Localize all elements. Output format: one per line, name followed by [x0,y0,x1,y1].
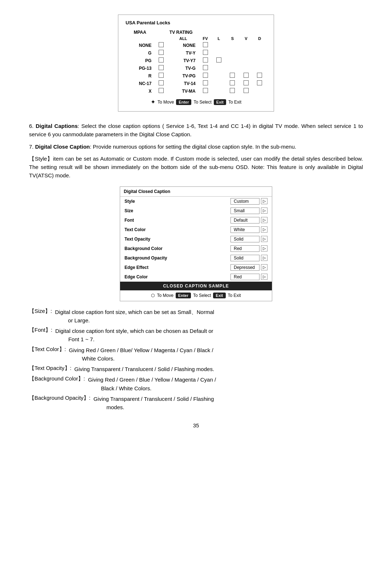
tv-y-checkbox[interactable] [203,50,208,55]
dcc-title: Digital Closed Caption [120,187,272,197]
page-number: 35 [29,422,363,428]
tv-pg-s-checkbox[interactable] [244,73,249,78]
exit-label: To Exit [228,100,241,105]
tv-rating-header: TV RATING [168,29,266,36]
dcc-value-font-text: Default [230,217,260,223]
section7-body: : Provide numerous options for setting t… [90,144,297,150]
enter-button[interactable]: Enter [176,99,191,105]
section7-title: Digital Close Caption [35,144,90,150]
tv-y7-checkbox[interactable] [203,57,208,63]
tv-14-s-checkbox[interactable] [244,80,249,85]
section6: 6. Digital Captions: Select the close ca… [29,122,363,180]
mpaa-nc17-checkbox[interactable] [159,80,164,85]
col-l: L [212,36,225,41]
col-v: V [239,36,253,41]
mpaa-pg13-checkbox[interactable] [159,65,164,70]
dcc-row-bg-opacity: Background Opacity Solid ▷ [120,253,272,263]
dcc-nav-hint: ⬡ To Move Enter To Select Exit To Exit [120,290,272,301]
dcc-arrow-bg-opacity[interactable]: ▷ [261,255,268,261]
tv-y7-fv-checkbox[interactable] [216,57,221,63]
dcc-arrow-font[interactable]: ▷ [261,217,268,223]
parental-locks-table: MPAA TV RATING ALL FV L S V D [126,29,266,95]
bullet-size-bracket: 【Size】: [29,308,52,325]
col-fv: FV [199,36,212,41]
tv-g-checkbox[interactable] [203,65,208,70]
parental-locks-title: USA Parental Locks [126,20,266,25]
section6-text: 6. Digital Captions: Select the close ca… [29,122,363,139]
table-row: PG TV-Y7 [126,57,266,64]
dcc-section: Digital Closed Caption Style Custom ▷ Si… [29,186,363,301]
style-note: 【Style】item can be set as Automatic or C… [29,154,363,180]
dcc-label-edge-color: Edge Color [124,274,230,279]
mpaa-none-checkbox[interactable] [159,42,164,47]
dcc-value-text-opacity-text: Solid [230,236,260,242]
bullet-text-opacity-bracket: 【Text Opacity】: [29,365,72,373]
section6-title: Digital Captions [36,123,78,129]
dcc-arrow-text-opacity[interactable]: ▷ [261,236,268,242]
select-label: To Select [193,100,211,105]
dcc-value-style-text: Custom [230,198,260,205]
dcc-box: Digital Closed Caption Style Custom ▷ Si… [120,186,272,301]
tv-pg-checkbox[interactable] [203,73,208,78]
dcc-move-icon: ⬡ [151,293,155,298]
dcc-label-edge-effect: Edge Effect [124,265,230,270]
dcc-label-text-color: Text Color [124,227,230,232]
mpaa-r-checkbox[interactable] [159,73,164,78]
dcc-select-label: To Select [193,293,211,298]
parental-nav-hint: ✦ To Move Enter To Select Exit To Exit [126,98,266,105]
dcc-arrow-size[interactable]: ▷ [261,208,268,214]
tv-14-v-checkbox[interactable] [257,80,262,85]
mpaa-pg-checkbox[interactable] [159,57,164,63]
tv-pg-v-checkbox[interactable] [257,73,262,78]
dcc-row-text-opacity: Text Opacity Solid ▷ [120,234,272,244]
dcc-value-bg-opacity-text: Solid [230,255,260,261]
dcc-row-size: Size Small ▷ [120,206,272,216]
dcc-value-bg-color: Red ▷ [230,245,268,252]
exit-button[interactable]: Exit [214,99,226,105]
section6-body: : Select the close caption options ( Ser… [29,123,363,137]
tv-ma-s-checkbox[interactable] [244,88,249,93]
dcc-value-text-opacity: Solid ▷ [230,236,268,242]
bullet-font: 【Font】: Digital close caption font style… [29,327,363,344]
tv-pg-l-checkbox[interactable] [230,73,235,78]
section7-text: 7. Digital Close Caption: Provide numero… [29,142,363,151]
bullet-bg-opacity-bracket: 【Background Opacity】: [29,395,90,412]
bullet-font-text: Digital close caption font style, which … [54,327,363,344]
dcc-arrow-edge-effect[interactable]: ▷ [261,264,268,270]
dcc-arrow-edge-color[interactable]: ▷ [261,274,268,280]
bullet-bg-color-bracket: 【Background Color】: [29,375,85,392]
dcc-sample-bar: CLOSED CAPTION SAMPLE [120,282,272,290]
mpaa-x-checkbox[interactable] [159,88,164,93]
dcc-value-bg-color-text: Red [230,245,260,252]
bullet-text-color-bracket: 【Text Color】: [29,346,66,363]
dcc-arrow-text-color[interactable]: ▷ [261,226,268,233]
dcc-exit-button[interactable]: Exit [213,293,225,298]
table-row: PG-13 TV-G [126,64,266,72]
dcc-exit-label: To Exit [228,293,241,298]
dcc-value-font: Default ▷ [230,217,268,223]
table-row: NONE NONE [126,41,266,49]
mpaa-header: MPAA [126,29,154,36]
dcc-row-edge-effect: Edge Effect Depressed ▷ [120,263,272,272]
dcc-label-size: Size [124,208,230,213]
tv-14-l-checkbox[interactable] [230,80,235,85]
dcc-rows: Style Custom ▷ Size Small ▷ Font Default… [120,197,272,282]
table-row: NC-17 TV-14 [126,80,266,87]
bullet-list: 【Size】: Digital close caption font size,… [29,308,363,412]
bullet-bg-color: 【Background Color】: Giving Red / Green /… [29,375,363,392]
tv-ma-l-checkbox[interactable] [230,88,235,93]
dcc-value-text-color-text: White [230,226,260,233]
dcc-row-style: Style Custom ▷ [120,197,272,206]
bullet-bg-opacity-text: Giving Transparent / Translucent / Solid… [92,395,363,412]
dcc-value-edge-effect-text: Depressed [230,264,260,271]
tv-14-checkbox[interactable] [203,80,208,85]
mpaa-g-checkbox[interactable] [159,50,164,55]
dcc-arrow-bg-color[interactable]: ▷ [261,245,268,251]
dcc-arrow-style[interactable]: ▷ [261,198,268,204]
tv-none-checkbox[interactable] [203,42,208,47]
dcc-label-bg-opacity: Background Opacity [124,255,230,261]
tv-ma-checkbox[interactable] [203,88,208,93]
dcc-label-font: Font [124,218,230,223]
dcc-enter-button[interactable]: Enter [176,293,191,298]
move-icon: ✦ [151,98,155,105]
